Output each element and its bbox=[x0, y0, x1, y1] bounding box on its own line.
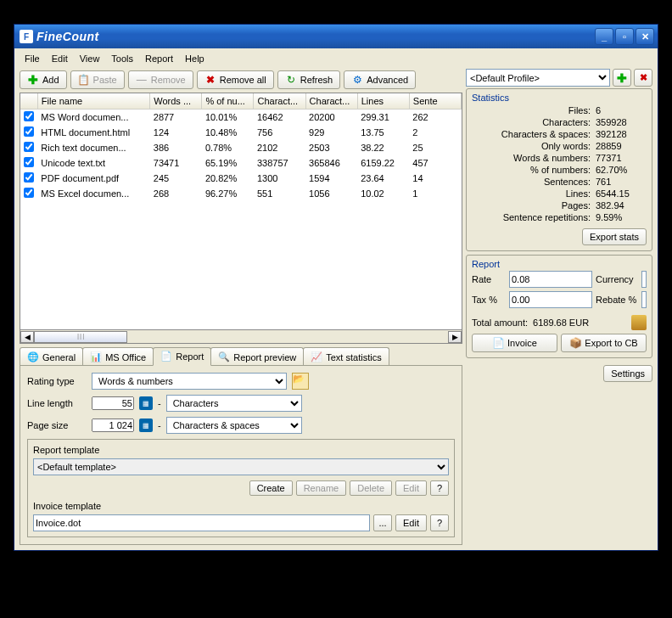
cell-pct: 10.48% bbox=[202, 125, 254, 140]
stat-label: Files: bbox=[472, 105, 596, 115]
tab-textstats[interactable]: 📈Text statistics bbox=[303, 347, 389, 366]
restore-button[interactable]: ▫ bbox=[615, 28, 634, 45]
export-stats-button[interactable]: Export stats bbox=[582, 228, 647, 245]
rebate-input[interactable] bbox=[641, 291, 647, 308]
row-checkbox[interactable] bbox=[24, 172, 34, 183]
cell-pct: 10.01% bbox=[202, 110, 254, 126]
profile-select[interactable]: <Default Profile> bbox=[466, 69, 610, 87]
tax-input[interactable] bbox=[509, 291, 592, 308]
preview-icon: 🔍 bbox=[218, 351, 230, 363]
rebate-label: Rebate % bbox=[596, 295, 638, 305]
edit-button[interactable]: Edit bbox=[395, 480, 427, 496]
column-header[interactable]: Lines bbox=[357, 93, 409, 110]
rename-button[interactable]: Rename bbox=[296, 480, 347, 496]
scroll-left-arrow[interactable]: ◀ bbox=[20, 331, 34, 343]
report-title: Report bbox=[472, 259, 647, 269]
invoice-button[interactable]: 📄Invoice bbox=[472, 334, 557, 352]
folder-icon[interactable]: 📂 bbox=[292, 373, 309, 390]
report-tab-pane: Rating type Words & numbers 📂 Line lengt… bbox=[20, 365, 462, 545]
file-table[interactable]: File nameWords ...% of nu...Charact...Ch… bbox=[20, 93, 462, 330]
add-button[interactable]: ✚Add bbox=[20, 70, 67, 89]
table-row[interactable]: MS Excel documen... 268 96.27% 551 1056 … bbox=[20, 186, 462, 201]
line-length-unit-select[interactable]: Characters bbox=[166, 395, 302, 412]
currency-label: Currency bbox=[596, 274, 638, 284]
remove-all-button[interactable]: ✖Remove all bbox=[197, 70, 274, 89]
column-header[interactable]: Sente bbox=[409, 93, 461, 110]
remove-button[interactable]: —Remove bbox=[128, 70, 193, 89]
column-header[interactable]: Words ... bbox=[150, 93, 202, 110]
close-button[interactable]: ✕ bbox=[636, 28, 654, 45]
report-template-select[interactable]: <Default template> bbox=[33, 458, 449, 475]
cell-filename: Rich text documen... bbox=[37, 140, 149, 155]
rate-input[interactable] bbox=[509, 271, 592, 288]
table-row[interactable]: HTML document.html 124 10.48% 756 929 13… bbox=[20, 125, 462, 140]
table-row[interactable]: Rich text documen... 386 0.78% 2102 2503… bbox=[20, 140, 462, 155]
column-header[interactable]: Charact... bbox=[254, 93, 305, 110]
browse-button[interactable]: ... bbox=[373, 514, 392, 531]
row-checkbox[interactable] bbox=[24, 188, 34, 198]
invoice-edit-button[interactable]: Edit bbox=[395, 514, 427, 531]
cell-chars1: 2102 bbox=[254, 140, 305, 155]
invoice-template-input[interactable] bbox=[33, 514, 370, 531]
page-size-unit-select[interactable]: Characters & spaces bbox=[166, 417, 302, 434]
titlebar[interactable]: F FineCount _ ▫ ✕ bbox=[14, 25, 658, 48]
calculator-icon[interactable]: ▦ bbox=[139, 396, 153, 410]
menu-file[interactable]: File bbox=[20, 52, 45, 65]
cell-filename: MS Excel documen... bbox=[37, 186, 149, 201]
cell-words: 386 bbox=[150, 140, 202, 155]
menu-tools[interactable]: Tools bbox=[106, 52, 138, 65]
line-length-input[interactable] bbox=[92, 396, 134, 410]
minimize-button[interactable]: _ bbox=[595, 28, 613, 45]
table-row[interactable]: Unicode text.txt 73471 65.19% 338757 365… bbox=[20, 155, 462, 171]
menu-help[interactable]: Help bbox=[180, 52, 210, 65]
paste-icon: 📋 bbox=[78, 74, 90, 86]
cell-chars2: 20200 bbox=[305, 110, 357, 126]
page-size-input[interactable] bbox=[92, 419, 134, 432]
cell-chars1: 16462 bbox=[254, 110, 305, 126]
table-row[interactable]: PDF document.pdf 245 20.82% 1300 1594 23… bbox=[20, 171, 462, 186]
add-profile-button[interactable]: ✚ bbox=[613, 69, 631, 87]
cell-chars1: 756 bbox=[254, 125, 305, 140]
stat-label: % of numbers: bbox=[472, 165, 596, 175]
currency-input[interactable] bbox=[641, 271, 647, 288]
advanced-button[interactable]: ⚙Advanced bbox=[344, 70, 416, 89]
refresh-icon: ↻ bbox=[285, 74, 297, 86]
column-header[interactable]: Charact... bbox=[305, 93, 357, 110]
cell-chars2: 929 bbox=[305, 125, 357, 140]
table-row[interactable]: MS Word documen... 2877 10.01% 16462 202… bbox=[20, 110, 462, 126]
column-header[interactable]: % of nu... bbox=[202, 93, 254, 110]
menu-report[interactable]: Report bbox=[140, 52, 178, 65]
stat-row: Sentence repetitions: 9.59% bbox=[472, 211, 647, 223]
menu-edit[interactable]: Edit bbox=[47, 52, 73, 65]
tab-msoffice[interactable]: 📊MS Office bbox=[82, 347, 154, 366]
row-checkbox[interactable] bbox=[24, 142, 34, 152]
tab-preview[interactable]: 🔍Report preview bbox=[210, 347, 304, 366]
invoice-icon: 📄 bbox=[492, 337, 504, 349]
help-button[interactable]: ? bbox=[430, 480, 449, 496]
row-checkbox[interactable] bbox=[24, 126, 34, 137]
row-checkbox[interactable] bbox=[24, 157, 34, 167]
row-checkbox[interactable] bbox=[24, 111, 34, 121]
rating-type-select[interactable]: Words & numbers bbox=[92, 373, 287, 390]
column-header[interactable]: File name bbox=[37, 93, 149, 110]
tab-report[interactable]: 📄Report bbox=[153, 347, 211, 366]
stat-value: 28859 bbox=[596, 141, 647, 151]
scroll-right-arrow[interactable]: ▶ bbox=[448, 331, 462, 343]
horizontal-scrollbar[interactable]: ◀ ▶ bbox=[20, 330, 462, 344]
calculator-icon[interactable]: ▦ bbox=[139, 419, 153, 432]
create-button[interactable]: Create bbox=[249, 480, 293, 496]
stat-row: Lines: 6544.15 bbox=[472, 188, 647, 199]
statistics-title: Statistics bbox=[472, 93, 647, 103]
delete-button[interactable]: Delete bbox=[350, 480, 392, 496]
settings-button[interactable]: Settings bbox=[603, 365, 652, 382]
tab-general[interactable]: 🌐General bbox=[20, 347, 83, 366]
delete-profile-button[interactable]: ✖ bbox=[634, 69, 652, 87]
paste-button[interactable]: 📋Paste bbox=[70, 70, 125, 89]
scroll-thumb[interactable] bbox=[34, 331, 127, 343]
cell-lines: 13.75 bbox=[357, 125, 409, 140]
cell-pct: 0.78% bbox=[202, 140, 254, 155]
invoice-help-button[interactable]: ? bbox=[430, 514, 449, 531]
export-cb-button[interactable]: 📦Export to CB bbox=[561, 334, 647, 352]
menu-view[interactable]: View bbox=[75, 52, 105, 65]
refresh-button[interactable]: ↻Refresh bbox=[277, 70, 341, 89]
